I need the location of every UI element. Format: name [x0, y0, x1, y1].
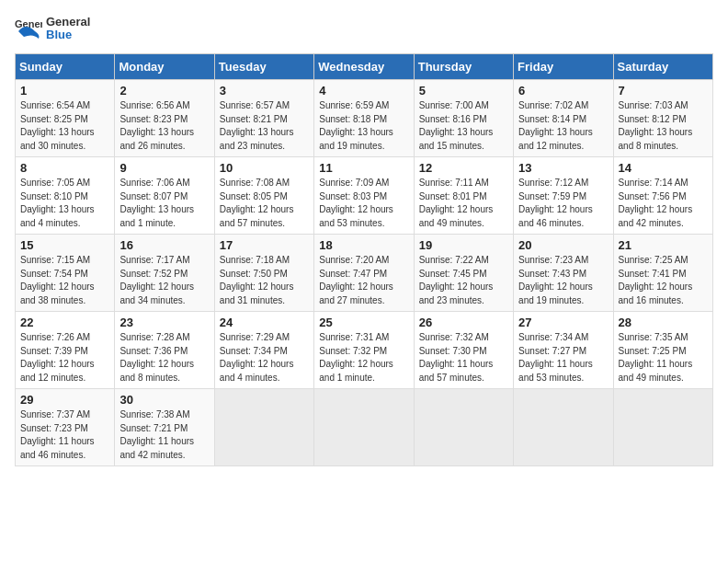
table-row: 16 Sunrise: 7:17 AM Sunset: 7:52 PM Dayl…	[115, 235, 214, 312]
table-row: 27 Sunrise: 7:34 AM Sunset: 7:27 PM Dayl…	[514, 312, 613, 389]
day-number: 24	[220, 316, 309, 329]
table-row	[314, 389, 414, 466]
table-row: 22 Sunrise: 7:26 AM Sunset: 7:39 PM Dayl…	[16, 312, 115, 389]
day-number: 1	[20, 84, 109, 98]
table-row: 11 Sunrise: 7:09 AM Sunset: 8:03 PM Dayl…	[314, 157, 414, 235]
table-row: 1 Sunrise: 6:54 AM Sunset: 8:25 PM Dayli…	[16, 80, 115, 157]
day-number: 17	[220, 238, 309, 252]
day-info: Sunrise: 7:06 AM Sunset: 8:07 PM Dayligh…	[119, 177, 209, 230]
day-info: Sunrise: 7:38 AM Sunset: 7:21 PM Dayligh…	[119, 408, 209, 462]
calendar-week-row: 29 Sunrise: 7:37 AM Sunset: 7:23 PM Dayl…	[16, 389, 713, 466]
table-row	[414, 389, 513, 466]
logo: General General Blue	[15, 15, 90, 42]
day-number: 26	[419, 316, 508, 329]
table-row: 23 Sunrise: 7:28 AM Sunset: 7:36 PM Dayl…	[115, 312, 214, 389]
table-row: 18 Sunrise: 7:20 AM Sunset: 7:47 PM Dayl…	[314, 235, 414, 312]
table-row: 21 Sunrise: 7:25 AM Sunset: 7:41 PM Dayl…	[613, 235, 712, 312]
day-info: Sunrise: 7:09 AM Sunset: 8:03 PM Dayligh…	[319, 177, 408, 230]
day-info: Sunrise: 7:14 AM Sunset: 7:56 PM Dayligh…	[619, 177, 708, 230]
table-row: 17 Sunrise: 7:18 AM Sunset: 7:50 PM Dayl…	[214, 235, 313, 312]
day-info: Sunrise: 6:54 AM Sunset: 8:25 PM Dayligh…	[20, 99, 109, 153]
table-row: 26 Sunrise: 7:32 AM Sunset: 7:30 PM Dayl…	[414, 312, 513, 389]
col-monday: Monday	[115, 54, 214, 80]
day-number: 5	[419, 84, 508, 98]
day-info: Sunrise: 7:28 AM Sunset: 7:36 PM Dayligh…	[119, 331, 209, 385]
table-row: 10 Sunrise: 7:08 AM Sunset: 8:05 PM Dayl…	[214, 157, 313, 235]
logo-blue: Blue	[46, 29, 90, 41]
page-header: General General Blue	[15, 15, 713, 42]
calendar-table: Sunday Monday Tuesday Wednesday Thursday…	[15, 53, 713, 466]
table-row: 30 Sunrise: 7:38 AM Sunset: 7:21 PM Dayl…	[115, 389, 214, 466]
col-tuesday: Tuesday	[214, 54, 313, 80]
day-info: Sunrise: 7:32 AM Sunset: 7:30 PM Dayligh…	[419, 331, 508, 385]
day-number: 18	[319, 238, 408, 252]
calendar-week-row: 1 Sunrise: 6:54 AM Sunset: 8:25 PM Dayli…	[16, 80, 713, 157]
table-row: 4 Sunrise: 6:59 AM Sunset: 8:18 PM Dayli…	[314, 80, 414, 157]
day-info: Sunrise: 7:00 AM Sunset: 8:16 PM Dayligh…	[419, 99, 508, 153]
day-info: Sunrise: 7:34 AM Sunset: 7:27 PM Dayligh…	[518, 331, 608, 385]
table-row: 6 Sunrise: 7:02 AM Sunset: 8:14 PM Dayli…	[514, 80, 613, 157]
day-number: 27	[518, 316, 608, 329]
day-number: 4	[319, 84, 408, 98]
day-info: Sunrise: 7:18 AM Sunset: 7:50 PM Dayligh…	[220, 254, 309, 307]
table-row: 9 Sunrise: 7:06 AM Sunset: 8:07 PM Dayli…	[115, 157, 214, 235]
day-info: Sunrise: 6:56 AM Sunset: 8:23 PM Dayligh…	[119, 99, 209, 153]
col-sunday: Sunday	[16, 54, 115, 80]
day-number: 8	[20, 161, 109, 175]
table-row: 12 Sunrise: 7:11 AM Sunset: 8:01 PM Dayl…	[414, 157, 513, 235]
table-row: 15 Sunrise: 7:15 AM Sunset: 7:54 PM Dayl…	[16, 235, 115, 312]
day-info: Sunrise: 7:23 AM Sunset: 7:43 PM Dayligh…	[518, 254, 608, 307]
day-number: 11	[319, 161, 408, 175]
day-info: Sunrise: 7:12 AM Sunset: 7:59 PM Dayligh…	[518, 177, 608, 230]
day-number: 23	[119, 316, 209, 329]
table-row: 2 Sunrise: 6:56 AM Sunset: 8:23 PM Dayli…	[115, 80, 214, 157]
day-number: 22	[20, 316, 109, 329]
calendar-week-row: 15 Sunrise: 7:15 AM Sunset: 7:54 PM Dayl…	[16, 235, 713, 312]
day-info: Sunrise: 7:37 AM Sunset: 7:23 PM Dayligh…	[20, 408, 109, 462]
table-row: 29 Sunrise: 7:37 AM Sunset: 7:23 PM Dayl…	[16, 389, 115, 466]
day-number: 15	[20, 238, 109, 252]
calendar-week-row: 8 Sunrise: 7:05 AM Sunset: 8:10 PM Dayli…	[16, 157, 713, 235]
col-thursday: Thursday	[414, 54, 513, 80]
day-info: Sunrise: 7:35 AM Sunset: 7:25 PM Dayligh…	[619, 331, 708, 385]
calendar-week-row: 22 Sunrise: 7:26 AM Sunset: 7:39 PM Dayl…	[16, 312, 713, 389]
day-number: 21	[619, 238, 708, 252]
day-info: Sunrise: 7:15 AM Sunset: 7:54 PM Dayligh…	[20, 254, 109, 307]
col-saturday: Saturday	[613, 54, 712, 80]
day-number: 14	[619, 161, 708, 175]
day-info: Sunrise: 6:59 AM Sunset: 8:18 PM Dayligh…	[319, 99, 408, 153]
day-info: Sunrise: 7:31 AM Sunset: 7:32 PM Dayligh…	[319, 331, 408, 385]
day-info: Sunrise: 7:05 AM Sunset: 8:10 PM Dayligh…	[20, 177, 109, 230]
table-row: 14 Sunrise: 7:14 AM Sunset: 7:56 PM Dayl…	[613, 157, 712, 235]
day-number: 13	[518, 161, 608, 175]
day-number: 3	[220, 84, 309, 98]
day-info: Sunrise: 7:02 AM Sunset: 8:14 PM Dayligh…	[518, 99, 608, 153]
day-number: 12	[419, 161, 508, 175]
table-row: 3 Sunrise: 6:57 AM Sunset: 8:21 PM Dayli…	[214, 80, 313, 157]
day-info: Sunrise: 7:03 AM Sunset: 8:12 PM Dayligh…	[619, 99, 708, 153]
day-number: 25	[319, 316, 408, 329]
day-number: 16	[119, 238, 209, 252]
table-row: 25 Sunrise: 7:31 AM Sunset: 7:32 PM Dayl…	[314, 312, 414, 389]
day-number: 29	[20, 393, 109, 407]
day-info: Sunrise: 6:57 AM Sunset: 8:21 PM Dayligh…	[220, 99, 309, 153]
day-number: 19	[419, 238, 508, 252]
day-number: 30	[119, 393, 209, 407]
table-row: 19 Sunrise: 7:22 AM Sunset: 7:45 PM Dayl…	[414, 235, 513, 312]
day-number: 2	[119, 84, 209, 98]
table-row	[514, 389, 613, 466]
col-friday: Friday	[514, 54, 613, 80]
day-info: Sunrise: 7:20 AM Sunset: 7:47 PM Dayligh…	[319, 254, 408, 307]
day-number: 9	[119, 161, 209, 175]
day-info: Sunrise: 7:17 AM Sunset: 7:52 PM Dayligh…	[119, 254, 209, 307]
table-row	[613, 389, 712, 466]
table-row: 13 Sunrise: 7:12 AM Sunset: 7:59 PM Dayl…	[514, 157, 613, 235]
table-row: 24 Sunrise: 7:29 AM Sunset: 7:34 PM Dayl…	[214, 312, 313, 389]
day-info: Sunrise: 7:25 AM Sunset: 7:41 PM Dayligh…	[619, 254, 708, 307]
day-number: 7	[619, 84, 708, 98]
day-number: 10	[220, 161, 309, 175]
day-info: Sunrise: 7:11 AM Sunset: 8:01 PM Dayligh…	[419, 177, 508, 230]
day-number: 28	[619, 316, 708, 329]
table-row	[214, 389, 313, 466]
table-row: 20 Sunrise: 7:23 AM Sunset: 7:43 PM Dayl…	[514, 235, 613, 312]
